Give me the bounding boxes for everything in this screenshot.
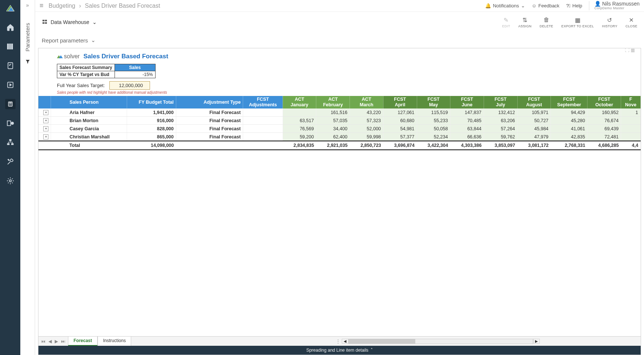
report-params-toggle[interactable]: Report parameters ⌄ <box>35 30 644 46</box>
svg-rect-18 <box>9 139 11 141</box>
svg-rect-20 <box>11 144 13 145</box>
tab-first-icon[interactable]: ⏮ <box>40 339 47 344</box>
help-link[interactable]: ?⃝Help <box>566 3 582 8</box>
fullscreen-icon[interactable]: ⛶ <box>625 48 629 53</box>
table-row: +Casey Garcia828,000Final Forecast76,569… <box>38 125 641 133</box>
history-icon: ↺ <box>606 16 613 24</box>
sales-target-input[interactable]: 12,000,000 <box>109 81 150 90</box>
filter-icon[interactable] <box>25 59 30 65</box>
tab-next-icon[interactable]: ▶ <box>54 339 59 344</box>
books-icon[interactable] <box>5 41 16 52</box>
svg-rect-9 <box>9 103 11 103</box>
expand-button[interactable]: + <box>43 118 48 123</box>
expand-button[interactable]: + <box>43 126 48 131</box>
svg-point-21 <box>9 180 11 182</box>
svg-point-13 <box>9 105 9 106</box>
grid-view-icon[interactable]: ▦ <box>631 48 635 53</box>
assign-icon: ⇅ <box>521 16 529 24</box>
delete-button[interactable]: 🗑DELETE <box>540 16 553 28</box>
svg-point-17 <box>11 122 13 124</box>
help-icon: ?⃝ <box>566 3 570 8</box>
scroll-right-icon[interactable]: ▶ <box>533 339 540 344</box>
svg-point-14 <box>10 105 10 106</box>
table-row: +Aria Hafner1,941,000Final Forecast161,5… <box>38 108 641 117</box>
svg-rect-22 <box>42 20 44 21</box>
expand-params-icon[interactable]: » <box>26 2 29 8</box>
tools-icon[interactable] <box>5 156 16 167</box>
parameters-rail: » Parameters <box>20 0 35 355</box>
users-icon[interactable] <box>5 118 16 128</box>
notifications-menu[interactable]: 🔔Notifications⌄ <box>485 3 525 8</box>
app-logo-icon[interactable] <box>5 3 16 13</box>
close-icon: ✕ <box>628 16 635 24</box>
svg-rect-3 <box>9 44 11 49</box>
chevron-down-icon: ⌄ <box>92 19 97 25</box>
assign-button[interactable]: ⇅ASSIGN <box>518 16 532 28</box>
solver-logo: solver <box>57 53 80 60</box>
data-warehouse-dropdown[interactable]: Data Warehouse ⌄ <box>42 19 97 26</box>
svg-rect-23 <box>45 20 47 21</box>
left-navbar <box>0 0 20 355</box>
svg-point-10 <box>9 104 9 104</box>
history-button[interactable]: ↺HISTORY <box>602 16 617 28</box>
home-icon[interactable] <box>5 22 16 32</box>
report-frame: ⛶ ▦ solver Sales Driver Based Forecast <box>38 48 641 355</box>
highlight-note: Sales people with red highlight have add… <box>57 90 641 94</box>
edit-button[interactable]: ✎EDIT <box>502 16 510 28</box>
svg-rect-25 <box>45 22 47 24</box>
flow-icon[interactable] <box>5 137 16 148</box>
feedback-link[interactable]: ☺Feedback <box>532 3 559 8</box>
pencil-icon: ✎ <box>502 16 510 24</box>
sheet-title: Sales Driver Based Forecast <box>84 53 168 60</box>
svg-point-11 <box>10 104 10 104</box>
table-row: +Brian Morton916,000Final Forecast63,517… <box>38 117 641 125</box>
tab-last-icon[interactable]: ⏭ <box>60 339 67 344</box>
excel-icon: ▦ <box>574 16 581 24</box>
parameters-label: Parameters <box>24 23 31 52</box>
play-icon[interactable] <box>5 80 16 90</box>
chevron-down-icon: ⌄ <box>91 37 96 44</box>
target-label: Full Year Sales Target: <box>57 83 105 88</box>
expand-button[interactable]: + <box>43 134 48 139</box>
clipboard-icon[interactable] <box>5 61 16 71</box>
tab-instructions[interactable]: Instructions <box>98 336 131 346</box>
scroll-left-icon[interactable]: ◀ <box>342 339 348 344</box>
horizontal-scrollbar[interactable] <box>348 339 533 344</box>
svg-rect-16 <box>7 121 10 126</box>
database-icon <box>42 19 48 26</box>
chevron-right-icon: › <box>79 3 81 9</box>
tab-forecast[interactable]: Forecast <box>68 336 98 346</box>
svg-rect-24 <box>42 22 44 24</box>
tab-prev-icon[interactable]: ◀ <box>47 339 53 344</box>
chevron-up-icon: ˄ <box>371 348 373 353</box>
topbar: ≡ Budgeting › Sales Driver Based Forecas… <box>35 0 644 12</box>
expand-button[interactable]: + <box>43 110 48 115</box>
trash-icon: 🗑 <box>543 16 550 24</box>
user-icon: 👤 <box>594 1 601 7</box>
toolbar: Data Warehouse ⌄ ✎EDIT ⇅ASSIGN 🗑DELETE ▦… <box>35 12 644 30</box>
svg-rect-2 <box>7 44 8 49</box>
user-menu[interactable]: 👤Nils Rasmussen CorpDemo Master <box>589 1 640 10</box>
close-button[interactable]: ✕CLOSE <box>626 16 637 28</box>
svg-point-12 <box>11 104 11 104</box>
hamburger-icon[interactable]: ≡ <box>40 2 44 10</box>
chevron-down-icon: ⌄ <box>521 3 525 8</box>
total-row: Total 14,098,000 2,834,835 2,921,035 2,8… <box>38 141 641 150</box>
svg-rect-4 <box>11 44 13 49</box>
gear-icon[interactable] <box>5 176 16 186</box>
breadcrumb: Budgeting › Sales Driver Based Forecast <box>49 3 160 9</box>
svg-rect-19 <box>7 144 9 145</box>
bell-icon: 🔔 <box>485 3 491 8</box>
smile-icon: ☺ <box>532 3 536 8</box>
summary-table: Sales Forecast Summary Sales Var % CY Ta… <box>57 64 156 78</box>
table-row: +Christian Marshall865,000Final Forecast… <box>38 133 641 141</box>
forecast-grid: Sales Person FY Budget Total Adjustment … <box>38 96 641 150</box>
svg-point-15 <box>11 105 11 106</box>
sheet-tabs: ⏮ ◀ ▶ ⏭ Forecast Instructions ⋮ ◀ ▶ <box>38 336 641 346</box>
spreading-details-bar[interactable]: Spreading and Line item details ˄ <box>38 346 641 355</box>
svg-rect-5 <box>8 63 13 69</box>
export-excel-button[interactable]: ▦EXPORT TO EXCEL <box>561 16 594 28</box>
svg-marker-7 <box>10 83 12 86</box>
calculator-icon[interactable] <box>5 99 16 109</box>
